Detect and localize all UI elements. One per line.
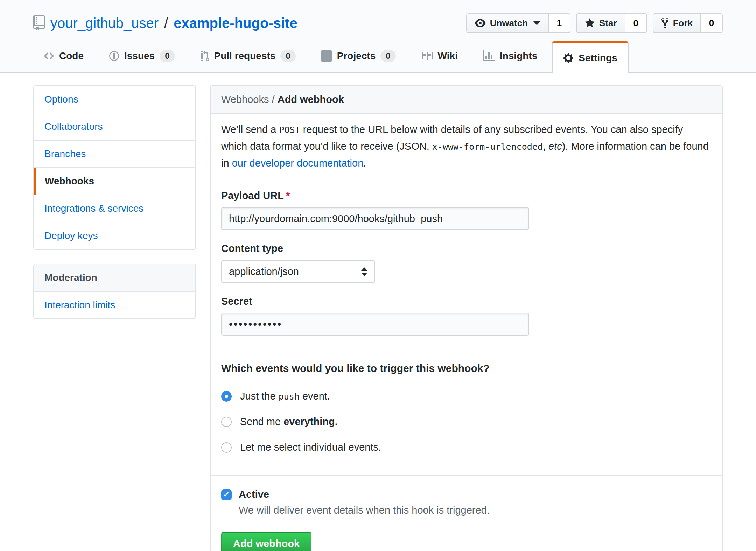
radio-label-bold: everything. (284, 416, 338, 427)
radio-label-text: Just the (240, 390, 279, 402)
repo-owner-link[interactable]: your_github_user (50, 15, 159, 31)
moderation-header: Moderation (34, 264, 195, 292)
payload-url-label-text: Payload URL (221, 190, 284, 201)
description-text: We’ll send a (221, 124, 279, 135)
radio-label-text: Let me select individual events. (240, 441, 381, 453)
webhook-form: Payload URL* Content type application/js… (211, 179, 722, 348)
tab-label: Insights (500, 50, 537, 62)
unwatch-button[interactable]: Unwatch (466, 13, 549, 33)
breadcrumb-separator: / (272, 94, 275, 105)
content-type-label: Content type (221, 243, 712, 254)
breadcrumb-webhooks-link[interactable]: Webhooks (221, 94, 269, 105)
sidebar-item-options[interactable]: Options (34, 86, 195, 113)
add-webhook-button[interactable]: Add webhook (221, 532, 312, 551)
webhook-description: We’ll send a POST request to the URL bel… (211, 114, 722, 179)
watchers-count[interactable]: 1 (549, 13, 570, 33)
forks-count[interactable]: 0 (701, 13, 723, 33)
radio-everything[interactable] (221, 417, 232, 427)
git-pull-request-icon (200, 50, 209, 62)
repo-name-link[interactable]: example-hugo-site (174, 15, 297, 31)
events-heading: Which events would you like to trigger t… (221, 362, 712, 374)
fork-icon (661, 17, 669, 29)
sidebar-item-interaction-limits[interactable]: Interaction limits (34, 292, 195, 318)
events-section: Which events would you like to trigger t… (211, 348, 722, 475)
fork-label: Fork (673, 18, 693, 29)
star-icon (584, 17, 595, 29)
secret-field-group: Secret (221, 296, 712, 336)
event-option-individual[interactable]: Let me select individual events. (221, 441, 712, 453)
issue-opened-icon (109, 50, 119, 62)
gear-icon (563, 52, 574, 64)
caret-down-icon (533, 21, 540, 25)
repo-nav: Code Issues 0 Pull requests 0 Projects 0… (33, 41, 723, 72)
active-checkbox[interactable]: ✓ (221, 489, 232, 500)
sidebar-item-branches[interactable]: Branches (34, 141, 195, 168)
radio-individual-events[interactable] (221, 442, 232, 453)
pull-requests-counter: 0 (280, 50, 295, 62)
payload-url-input[interactable] (221, 207, 529, 230)
tab-issues[interactable]: Issues 0 (98, 41, 186, 71)
repo-separator: / (164, 15, 168, 31)
developer-documentation-link[interactable]: our developer documentation (232, 157, 364, 169)
radio-label-code-push: push (279, 391, 300, 402)
radio-label: Send me everything. (240, 416, 338, 428)
sidebar-item-integrations-services[interactable]: Integrations & services (34, 195, 195, 222)
payload-url-field-group: Payload URL* (221, 190, 712, 230)
required-asterisk: * (286, 190, 290, 201)
moderation-menu: Moderation Interaction limits (33, 264, 196, 319)
tab-label: Settings (579, 52, 617, 64)
tab-pull-requests[interactable]: Pull requests 0 (190, 41, 306, 71)
project-icon (321, 50, 332, 62)
active-row: ✓ Active (221, 489, 712, 500)
tab-label: Pull requests (214, 50, 276, 62)
unwatch-label: Unwatch (490, 18, 528, 29)
projects-counter: 0 (380, 50, 396, 62)
book-icon (421, 50, 433, 62)
radio-label-text: Send me (240, 416, 284, 427)
content-type-value: application/json (229, 266, 299, 277)
active-label: Active (239, 489, 269, 500)
fork-button[interactable]: Fork (653, 13, 701, 33)
active-section: ✓ Active We will deliver event details w… (211, 475, 722, 551)
select-updown-caret-icon (361, 267, 368, 276)
fork-button-group: Fork 0 (653, 13, 723, 33)
page-head: your_github_user / example-hugo-site Unw… (0, 0, 756, 73)
description-code-post: POST (279, 125, 300, 135)
star-button-group: Star 0 (576, 13, 647, 33)
content-type-select[interactable]: application/json (221, 260, 375, 283)
sidebar-item-webhooks[interactable]: Webhooks (34, 168, 195, 195)
tab-settings[interactable]: Settings (552, 41, 628, 73)
radio-label: Just the push event. (240, 390, 330, 402)
tab-label: Code (59, 50, 84, 62)
secret-label: Secret (221, 296, 712, 307)
tab-label: Wiki (438, 50, 458, 62)
radio-just-push[interactable] (221, 391, 232, 402)
secret-input[interactable] (221, 313, 529, 336)
tab-projects[interactable]: Projects 0 (310, 41, 406, 71)
description-text: , (543, 141, 548, 152)
breadcrumb-current: Add webhook (278, 94, 344, 105)
settings-sidebar: Options Collaborators Branches Webhooks … (33, 85, 196, 319)
radio-label-text: event. (300, 390, 330, 402)
event-option-everything[interactable]: Send me everything. (221, 416, 712, 428)
settings-menu: Options Collaborators Branches Webhooks … (33, 85, 196, 250)
graph-icon (483, 50, 495, 62)
sidebar-item-collaborators[interactable]: Collaborators (34, 113, 195, 141)
payload-url-label: Payload URL* (221, 190, 712, 202)
tab-label: Issues (124, 50, 155, 62)
breadcrumb: Webhooks / Add webhook (211, 86, 722, 114)
stargazers-count[interactable]: 0 (625, 13, 647, 33)
description-text: . (363, 157, 366, 169)
active-note: We will deliver event details when this … (239, 504, 712, 516)
issues-counter: 0 (160, 50, 175, 62)
content-type-field-group: Content type application/json (221, 243, 712, 283)
sidebar-item-deploy-keys[interactable]: Deploy keys (34, 222, 195, 249)
repo-actions: Unwatch 1 Star 0 Fork (466, 13, 723, 33)
tab-insights[interactable]: Insights (472, 41, 548, 71)
star-button[interactable]: Star (576, 13, 625, 33)
code-icon (44, 50, 54, 62)
event-option-just-push[interactable]: Just the push event. (221, 390, 712, 402)
tab-code[interactable]: Code (33, 41, 94, 71)
description-etc: etc (548, 141, 562, 152)
tab-wiki[interactable]: Wiki (411, 41, 468, 71)
